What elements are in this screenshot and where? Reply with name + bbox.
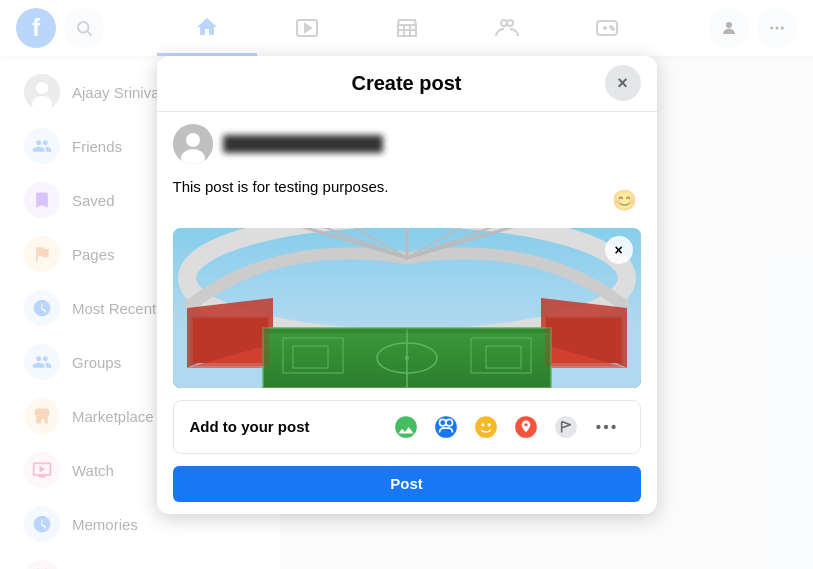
- more-options-button[interactable]: [588, 409, 624, 445]
- post-text-content[interactable]: This post is for testing purposes.: [173, 176, 641, 216]
- add-photo-button[interactable]: [388, 409, 424, 445]
- feeling-button[interactable]: [468, 409, 504, 445]
- post-user-name-blurred: [223, 135, 383, 153]
- emoji-button[interactable]: 😊: [609, 184, 641, 216]
- tag-people-button[interactable]: [428, 409, 464, 445]
- svg-point-49: [435, 416, 457, 438]
- svg-rect-45: [263, 328, 551, 333]
- modal-overlay[interactable]: Create post ×: [0, 0, 813, 569]
- svg-point-48: [395, 416, 417, 438]
- svg-point-50: [475, 416, 497, 438]
- post-image-container: ×: [173, 228, 641, 388]
- svg-point-56: [596, 424, 600, 428]
- post-user-row: [173, 124, 641, 164]
- modal-title: Create post: [351, 72, 461, 95]
- svg-point-58: [611, 424, 615, 428]
- svg-point-51: [481, 423, 484, 426]
- create-post-modal: Create post ×: [157, 56, 657, 514]
- svg-point-44: [405, 356, 409, 360]
- svg-point-54: [524, 423, 527, 426]
- post-textarea-container: This post is for testing purposes. 😊: [173, 176, 641, 216]
- svg-point-57: [603, 424, 607, 428]
- location-button[interactable]: [508, 409, 544, 445]
- add-to-post-bar: Add to your post: [173, 400, 641, 454]
- add-to-post-label: Add to your post: [190, 418, 310, 435]
- add-to-post-icons: [388, 409, 624, 445]
- svg-point-19: [186, 133, 200, 147]
- svg-rect-47: [545, 316, 623, 366]
- modal-header: Create post ×: [157, 56, 657, 112]
- modal-close-button[interactable]: ×: [605, 65, 641, 101]
- post-user-avatar: [173, 124, 213, 164]
- flag-button[interactable]: [548, 409, 584, 445]
- modal-body: This post is for testing purposes. 😊: [157, 112, 657, 514]
- svg-rect-46: [191, 316, 269, 366]
- post-attached-image: [173, 228, 641, 388]
- svg-point-52: [487, 423, 490, 426]
- post-button[interactable]: Post: [173, 466, 641, 502]
- post-user-info: [223, 135, 383, 153]
- image-remove-button[interactable]: ×: [605, 236, 633, 264]
